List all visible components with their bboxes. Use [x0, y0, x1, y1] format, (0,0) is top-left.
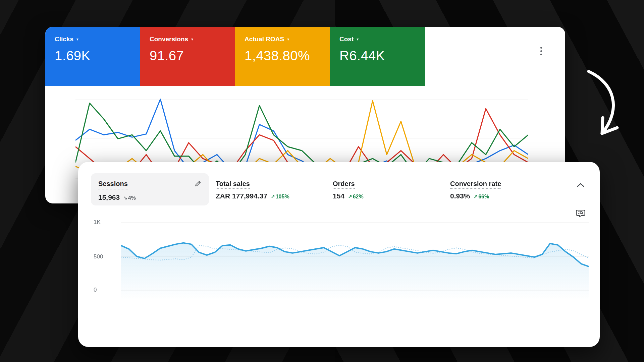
trend-up-icon: ↗ [271, 194, 275, 199]
total-sales-value: ZAR 177,994.37 [216, 192, 267, 200]
dropdown-caret-icon[interactable]: ▾ [287, 37, 289, 41]
cost-label: Cost [339, 36, 354, 43]
metric-conversion-rate[interactable]: Conversion rate 0.93% ↗66% [450, 179, 501, 200]
actual-roas-value: 1,438.80% [245, 48, 321, 63]
conversion-rate-label[interactable]: Conversion rate [450, 180, 501, 189]
orders-label[interactable]: Orders [333, 180, 355, 189]
y-axis-tick: 500 [94, 253, 103, 260]
metric-orders[interactable]: Orders 154 ↗62% [333, 179, 364, 200]
kebab-menu-icon[interactable] [538, 44, 545, 58]
metric-sessions[interactable]: Sessions 15,963 ↘4% [91, 173, 209, 205]
trend-up-icon: ↗ [348, 194, 352, 199]
dropdown-caret-icon[interactable]: ▾ [357, 37, 359, 41]
metric-tile-actual-roas[interactable]: Actual ROAS ▾ 1,438.80% [235, 27, 330, 86]
total-sales-label[interactable]: Total sales [216, 180, 250, 189]
conversions-label: Conversions [150, 36, 188, 43]
clicks-value: 1.69K [55, 48, 131, 63]
dropdown-caret-icon[interactable]: ▾ [191, 37, 193, 41]
metric-tiles-row: Clicks ▾ 1.69K Conversions ▾ 91.67 Actua… [45, 27, 425, 86]
store-analytics-card: Sessions 15,963 ↘4% Total sales ZAR 177,… [78, 162, 600, 347]
conversion-rate-value: 0.93% [450, 192, 470, 200]
cost-value: R6.44K [339, 48, 416, 63]
collapse-chevron-icon[interactable] [575, 181, 586, 190]
conversion-rate-change: ↗66% [474, 194, 489, 200]
y-axis-tick: 0 [94, 287, 97, 293]
edit-pencil-icon[interactable] [194, 180, 202, 187]
clicks-label: Clicks [55, 36, 73, 43]
conversions-value: 91.67 [150, 48, 226, 63]
sessions-value: 15,963 [98, 193, 120, 201]
y-axis-tick: 1K [94, 219, 101, 226]
metric-tile-label: Clicks ▾ [55, 36, 131, 43]
metric-tile-label: Cost ▾ [339, 36, 416, 43]
trend-down-icon: ↘ [123, 195, 127, 201]
sessions-change: ↘4% [123, 195, 136, 201]
metric-tile-conversions[interactable]: Conversions ▾ 91.67 [140, 27, 235, 86]
orders-value: 154 [333, 192, 344, 200]
total-sales-change: ↗105% [271, 194, 289, 200]
metric-total-sales[interactable]: Total sales ZAR 177,994.37 ↗105% [216, 179, 289, 200]
sessions-chart[interactable] [121, 216, 589, 303]
trend-up-icon: ↗ [474, 194, 478, 199]
dropdown-caret-icon[interactable]: ▾ [76, 37, 78, 41]
actual-roas-label: Actual ROAS [245, 36, 284, 43]
orders-change: ↗62% [348, 194, 364, 200]
sessions-label[interactable]: Sessions [98, 179, 128, 189]
metric-tile-cost[interactable]: Cost ▾ R6.44K [330, 27, 425, 86]
metric-tile-label: Conversions ▾ [150, 36, 226, 43]
metric-tile-clicks[interactable]: Clicks ▾ 1.69K [45, 27, 140, 86]
hand-drawn-arrow [584, 66, 631, 145]
metric-tile-label: Actual ROAS ▾ [245, 36, 321, 43]
